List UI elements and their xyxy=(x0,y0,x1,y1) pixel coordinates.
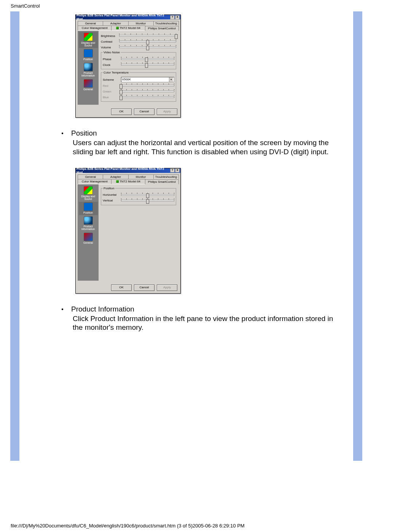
chevron-down-icon: ▾ xyxy=(169,77,173,82)
sidebar-item-product-info[interactable]: Product Information xyxy=(79,62,98,78)
position-description: Users can adjust the horizontal and vert… xyxy=(73,138,344,157)
horizontal-slider[interactable] xyxy=(121,193,174,197)
brightness-label: Brightness xyxy=(101,34,119,38)
sidebar-item-position[interactable]: Position xyxy=(79,48,98,62)
close-button[interactable]: X xyxy=(175,15,180,19)
position-group-title: Position xyxy=(103,187,115,190)
tab-smartcontrol[interactable]: Philips SmartControl xyxy=(145,26,179,31)
sidebar-item-product-info[interactable]: Product Information xyxy=(79,216,98,232)
group-video-noise: Video Noise Phase Clock xyxy=(101,51,176,69)
sidebar-item-general[interactable]: General xyxy=(79,78,98,92)
tab-monitor[interactable]: Monitor xyxy=(128,21,154,26)
tab-adapter[interactable]: Adapter xyxy=(103,21,128,26)
tab-general[interactable]: General xyxy=(78,21,103,26)
sidebar: Display and Sound Position Product Infor… xyxy=(78,184,99,281)
contrast-slider[interactable] xyxy=(119,39,176,44)
tab-tnt2[interactable]: TNT2 Model 64 xyxy=(111,26,145,30)
clock-label: Clock xyxy=(103,63,121,67)
tab-general[interactable]: General xyxy=(78,174,103,179)
display-sound-icon xyxy=(84,33,93,41)
left-margin-stripe xyxy=(10,11,19,461)
blue-slider[interactable] xyxy=(121,95,174,99)
cancel-button[interactable]: Cancel xyxy=(134,284,155,291)
tab-color-management[interactable]: Color Management xyxy=(78,26,112,30)
dialog-position: Philips B2B Series Flat Panel Monitor an… xyxy=(75,168,181,294)
tab-adapter[interactable]: Adapter xyxy=(103,174,128,179)
close-button[interactable]: X xyxy=(175,168,180,173)
help-button[interactable]: ? xyxy=(170,15,175,19)
help-button[interactable]: ? xyxy=(170,168,175,173)
vertical-label: Vertical xyxy=(103,199,121,202)
clock-slider[interactable] xyxy=(121,62,174,67)
tab-color-management[interactable]: Color Management xyxy=(78,179,112,184)
page-footer: file:///D|/My%20Documents/dfu/C6_Model/e… xyxy=(11,523,245,529)
blue-label: Blue xyxy=(103,96,121,99)
tabs-row-2: Color Management TNT2 Model 64 Philips S… xyxy=(76,179,180,184)
red-slider[interactable] xyxy=(121,83,174,88)
phase-slider[interactable] xyxy=(121,57,174,61)
sidebar-item-display-sound[interactable]: Display and Sound xyxy=(79,185,98,201)
general-icon xyxy=(84,79,93,88)
video-noise-title: Video Noise xyxy=(103,51,121,54)
position-icon xyxy=(84,203,93,211)
window-title: Philips B2B Series Flat Panel Monitor an… xyxy=(76,14,170,21)
green-slider[interactable] xyxy=(121,89,174,94)
titlebar[interactable]: Philips B2B Series Flat Panel Monitor an… xyxy=(76,15,180,19)
ok-button[interactable]: OK xyxy=(111,284,132,291)
product-info-description: Click Product Information in the left pa… xyxy=(73,314,344,332)
apply-button[interactable]: Apply xyxy=(157,284,177,291)
dialog-buttons: OK Cancel Apply xyxy=(76,107,180,117)
scheme-label: Scheme xyxy=(103,78,121,81)
volume-label: Volume xyxy=(101,46,119,49)
ok-button[interactable]: OK xyxy=(111,109,132,115)
position-icon xyxy=(84,49,93,58)
contrast-label: Contrast xyxy=(101,40,119,43)
display-sound-icon xyxy=(84,186,93,195)
nvidia-icon xyxy=(116,180,119,183)
nvidia-icon xyxy=(116,27,119,29)
tab-smartcontrol[interactable]: Philips SmartControl xyxy=(145,179,179,184)
sidebar-item-position[interactable]: Position xyxy=(79,202,98,215)
red-label: Red xyxy=(103,84,121,88)
vertical-slider[interactable] xyxy=(121,198,174,203)
position-heading: Position xyxy=(73,129,344,137)
horizontal-label: Horizontal xyxy=(103,193,121,197)
product-info-heading: Product Information xyxy=(73,305,344,313)
window-title: Philips B2B Series Flat Panel Monitor an… xyxy=(76,167,170,174)
tab-monitor[interactable]: Monitor xyxy=(128,174,154,179)
sidebar-item-display-sound[interactable]: Display and Sound xyxy=(79,32,98,48)
tab-troubleshooting[interactable]: Troubleshooting xyxy=(153,21,179,26)
dialog-display-and-sound: Philips B2B Series Flat Panel Monitor an… xyxy=(75,14,181,118)
group-color-temperature: Color Temperature Scheme 6500K ▾ Red xyxy=(101,71,176,102)
panel-position: Position Horizontal Vertical xyxy=(99,184,178,281)
color-temp-title: Color Temperature xyxy=(103,71,129,74)
sidebar-item-general[interactable]: General xyxy=(79,232,98,245)
group-position: Position Horizontal Vertical xyxy=(101,187,176,205)
dialog-buttons: OK Cancel Apply xyxy=(76,283,180,293)
titlebar[interactable]: Philips B2B Series Flat Panel Monitor an… xyxy=(76,168,180,173)
product-info-icon xyxy=(84,216,93,225)
scheme-value: 6500K xyxy=(122,77,131,82)
sidebar: Display and Sound Position Product Infor… xyxy=(78,31,99,105)
tabs-row-2: Color Management TNT2 Model 64 Philips S… xyxy=(76,26,180,30)
product-info-icon xyxy=(84,63,93,71)
right-margin-stripe xyxy=(353,11,362,461)
cancel-button[interactable]: Cancel xyxy=(134,109,155,115)
scheme-select[interactable]: 6500K ▾ xyxy=(121,77,174,82)
page-content: Philips B2B Series Flat Panel Monitor an… xyxy=(19,11,353,461)
tab-tnt2[interactable]: TNT2 Model 64 xyxy=(111,179,145,184)
brightness-slider[interactable] xyxy=(119,34,176,38)
panel-display-sound: Brightness Contrast Volume xyxy=(99,31,178,105)
tab-troubleshooting[interactable]: Troubleshooting xyxy=(153,174,179,179)
general-icon xyxy=(84,233,93,241)
page-header: SmartControl xyxy=(11,3,40,9)
green-label: Green xyxy=(103,90,121,93)
phase-label: Phase xyxy=(103,58,121,61)
apply-button[interactable]: Apply xyxy=(157,109,177,115)
volume-slider[interactable] xyxy=(119,45,176,50)
